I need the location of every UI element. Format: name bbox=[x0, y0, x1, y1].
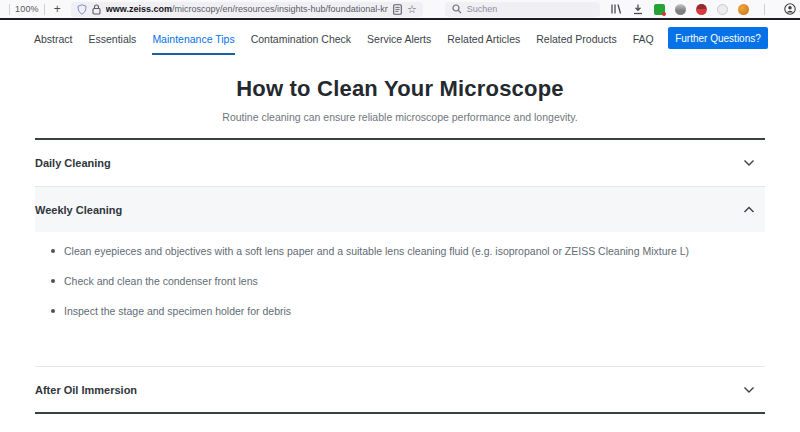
reader-view-icon[interactable] bbox=[393, 4, 402, 15]
account-icon bbox=[784, 3, 796, 15]
extension-icon-green[interactable] bbox=[654, 4, 665, 15]
url-path: /microscopy/en/resources/insights-hub/fo… bbox=[172, 4, 388, 14]
article-header: How to Clean Your Microscope Routine cle… bbox=[0, 76, 800, 123]
list-item: Inspect the stage and specimen holder fo… bbox=[50, 305, 745, 317]
further-questions-button[interactable]: Further Questions? bbox=[668, 27, 768, 49]
extension-icon-orange[interactable] bbox=[738, 4, 749, 15]
list-item: Check and clean the condenser front lens bbox=[50, 275, 745, 287]
chevron-down-icon bbox=[743, 159, 755, 167]
toolbar-extension-area: Anmelden bbox=[600, 3, 800, 15]
tab-related-articles[interactable]: Related Articles bbox=[447, 33, 520, 55]
list-item: Clean eyepieces and objectives with a so… bbox=[50, 245, 745, 257]
url-text: www.zeiss.com/microscopy/en/resources/in… bbox=[106, 4, 388, 14]
tab-contamination-check[interactable]: Contamination Check bbox=[251, 33, 351, 55]
browser-search-input[interactable] bbox=[467, 4, 587, 14]
tab-essentials[interactable]: Essentials bbox=[89, 33, 137, 55]
library-icon[interactable] bbox=[610, 3, 622, 15]
bookmark-star-icon[interactable]: ☆ bbox=[407, 4, 417, 15]
accordion-weekly-cleaning[interactable]: Weekly Cleaning bbox=[35, 186, 765, 232]
tab-maintenance-tips[interactable]: Maintenance Tips bbox=[152, 33, 234, 55]
page-title: How to Clean Your Microscope bbox=[0, 76, 800, 102]
download-icon[interactable] bbox=[632, 3, 644, 15]
url-domain: www.zeiss.com bbox=[106, 4, 172, 14]
tracking-protection-shield-icon[interactable] bbox=[77, 4, 87, 15]
browser-search-bar[interactable] bbox=[445, 2, 600, 17]
chevron-down-icon bbox=[743, 386, 755, 394]
new-tab-button[interactable]: + bbox=[50, 2, 65, 16]
accordion-daily-cleaning[interactable]: Daily Cleaning bbox=[35, 140, 765, 186]
toolbar-divider bbox=[764, 4, 765, 15]
accordion-label: Daily Cleaning bbox=[35, 157, 111, 169]
cleaning-accordion: Daily Cleaning Weekly Cleaning Clean eye… bbox=[35, 138, 765, 414]
weekly-cleaning-content: Clean eyepieces and objectives with a so… bbox=[35, 232, 765, 366]
tab-related-products[interactable]: Related Products bbox=[536, 33, 617, 55]
browser-signin[interactable]: Anmelden bbox=[784, 3, 800, 15]
accordion-label: Weekly Cleaning bbox=[35, 204, 122, 216]
zoom-level-indicator[interactable]: 100% bbox=[15, 4, 39, 14]
page-subtitle: Routine cleaning can ensure reliable mic… bbox=[0, 111, 800, 123]
article-nav: Abstract Essentials Maintenance Tips Con… bbox=[0, 20, 800, 57]
tab-faq[interactable]: FAQ bbox=[633, 33, 654, 55]
extension-icon-red[interactable] bbox=[696, 4, 707, 15]
tab-service-alerts[interactable]: Service Alerts bbox=[367, 33, 431, 55]
chevron-up-icon bbox=[743, 206, 755, 214]
lock-icon[interactable] bbox=[92, 4, 101, 15]
extension-icon-gray[interactable] bbox=[675, 4, 686, 15]
toolbar-divider bbox=[9, 4, 10, 15]
address-bar[interactable]: www.zeiss.com/microscopy/en/resources/in… bbox=[71, 2, 423, 17]
weekly-cleaning-list: Clean eyepieces and objectives with a so… bbox=[50, 245, 745, 317]
toolbar-divider bbox=[44, 4, 45, 15]
tab-abstract[interactable]: Abstract bbox=[34, 33, 73, 55]
extension-icon-pale[interactable] bbox=[717, 4, 728, 15]
browser-toolbar: 100% + www.zeiss.com/microscopy/en/resou… bbox=[0, 0, 800, 20]
accordion-after-oil-immersion[interactable]: After Oil Immersion bbox=[35, 366, 765, 412]
search-icon bbox=[452, 4, 462, 14]
accordion-label: After Oil Immersion bbox=[35, 384, 137, 396]
